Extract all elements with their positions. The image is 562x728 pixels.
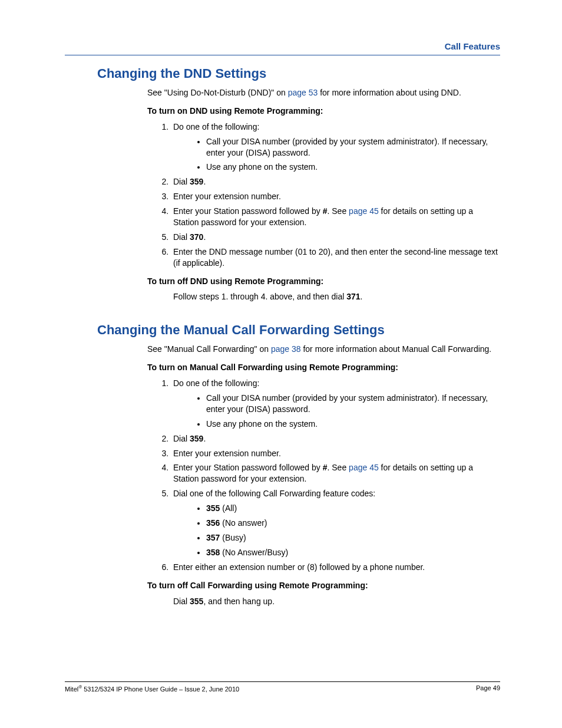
- page-footer: Mitel® 5312/5324 IP Phone User Guide – I…: [65, 681, 500, 693]
- list-item: Call your DISA number (provided by your …: [206, 136, 500, 159]
- dnd-on-steps: Do one of the following: Call your DISA …: [147, 121, 500, 269]
- dnd-off-text: Follow steps 1. through 4. above, and th…: [173, 291, 500, 302]
- sub-bullets: Call your DISA number (provided by your …: [173, 393, 500, 430]
- list-item: Enter your Station password followed by …: [171, 206, 500, 228]
- document-page: Call Features Changing the DND Settings …: [0, 0, 562, 728]
- link-page-45-b[interactable]: page 45: [349, 463, 379, 472]
- page-header: Call Features: [65, 41, 500, 55]
- link-page-38[interactable]: page 38: [271, 344, 301, 354]
- list-item: Enter your extension number.: [171, 448, 500, 459]
- section-body-dnd: See "Using Do-Not-Disturb (DND)" on page…: [147, 87, 500, 302]
- list-item: Enter your Station password followed by …: [171, 462, 500, 485]
- list-item: 358 (No Answer/Busy): [206, 547, 500, 558]
- list-item: Use any phone on the system.: [206, 419, 500, 430]
- list-item: 356 (No answer): [206, 518, 500, 529]
- list-item: 357 (Busy): [206, 532, 500, 543]
- intro-paragraph: See "Using Do-Not-Disturb (DND)" on page…: [147, 87, 500, 98]
- list-item: Do one of the following: Call your DISA …: [171, 121, 500, 173]
- list-item: Dial one of the following Call Forwardin…: [171, 488, 500, 558]
- list-item: Enter either an extension number or (8) …: [171, 562, 500, 573]
- feature-codes: 355 (All) 356 (No answer) 357 (Busy) 358…: [173, 503, 500, 558]
- list-item: Dial 370.: [171, 232, 500, 243]
- link-page-45[interactable]: page 45: [349, 206, 379, 216]
- subheading-fwd-off: To turn off Call Forwarding using Remote…: [147, 580, 500, 591]
- subheading-dnd-off: To turn off DND using Remote Programming…: [147, 276, 500, 287]
- list-item: Use any phone on the system.: [206, 162, 500, 173]
- list-item: Dial 359.: [171, 433, 500, 444]
- section-heading-dnd: Changing the DND Settings: [97, 66, 500, 81]
- footer-page-number: Page 49: [476, 684, 500, 693]
- header-category: Call Features: [445, 41, 500, 51]
- list-item: 355 (All): [206, 503, 500, 514]
- section-body-fwd: See "Manual Call Forwarding" on page 38 …: [147, 344, 500, 607]
- list-item: Do one of the following: Call your DISA …: [171, 378, 500, 430]
- subheading-fwd-on: To turn on Manual Call Forwarding using …: [147, 362, 500, 373]
- link-page-53[interactable]: page 53: [288, 88, 318, 97]
- sub-bullets: Call your DISA number (provided by your …: [173, 136, 500, 173]
- fwd-off-text: Dial 355, and then hang up.: [173, 596, 500, 607]
- fwd-on-steps: Do one of the following: Call your DISA …: [147, 378, 500, 572]
- list-item: Enter your extension number.: [171, 191, 500, 202]
- footer-left: Mitel® 5312/5324 IP Phone User Guide – I…: [65, 684, 239, 693]
- list-item: Call your DISA number (provided by your …: [206, 393, 500, 415]
- intro-paragraph: See "Manual Call Forwarding" on page 38 …: [147, 344, 500, 355]
- section-heading-fwd: Changing the Manual Call Forwarding Sett…: [97, 322, 500, 338]
- list-item: Enter the DND message number (01 to 20),…: [171, 246, 500, 269]
- subheading-dnd-on: To turn on DND using Remote Programming:: [147, 106, 500, 117]
- list-item: Dial 359.: [171, 176, 500, 187]
